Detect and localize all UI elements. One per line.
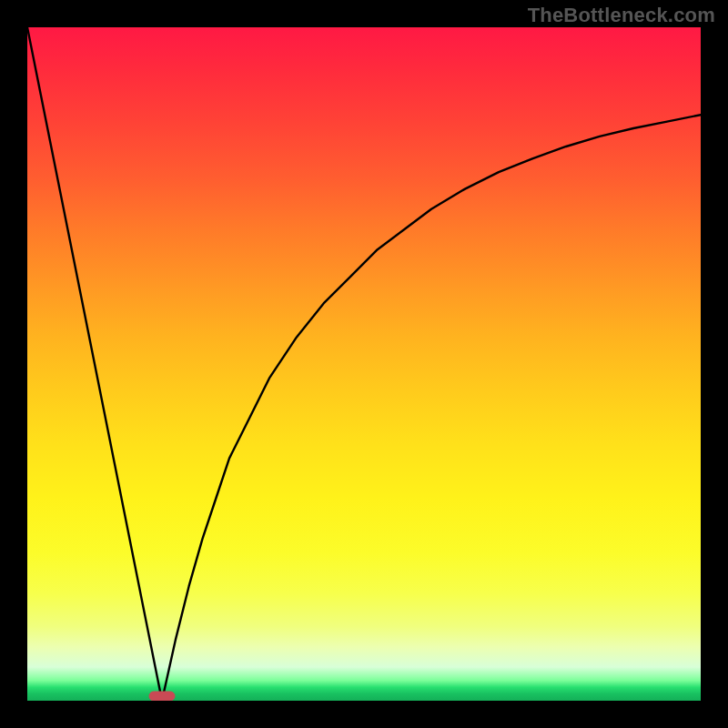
watermark-text: TheBottleneck.com: [528, 4, 715, 27]
curve-right-branch: [162, 115, 701, 701]
chart-frame: TheBottleneck.com: [0, 0, 728, 728]
minimum-marker: [149, 692, 175, 701]
plot-area: [27, 27, 701, 701]
curve-left-branch: [27, 27, 162, 701]
plot-svg: [27, 27, 701, 701]
